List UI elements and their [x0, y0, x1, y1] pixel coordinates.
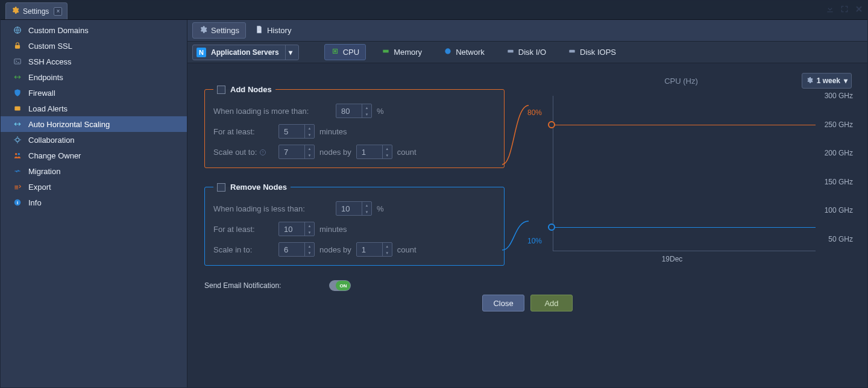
sidebar-item-migration[interactable]: Migration — [1, 163, 187, 179]
sidebar-label: Custom SSL — [28, 42, 72, 51]
sidebar-item-auto-horizontal-scaling[interactable]: Auto Horizontal Scaling — [1, 116, 187, 132]
metric-tab-diskiops[interactable]: Disk IOPS — [562, 45, 622, 60]
tab-label: Settings — [211, 26, 239, 35]
scale-out-step-spinner[interactable]: 1 ▲▼ — [356, 145, 392, 159]
threshold-handle-low[interactable] — [548, 224, 555, 231]
threshold-label-low: 10% — [527, 237, 542, 245]
close-button[interactable]: Close — [482, 295, 524, 311]
add-button[interactable]: Add — [530, 295, 573, 311]
maximize-icon[interactable] — [840, 4, 849, 16]
time-range-dropdown[interactable]: 1 week ▾ — [802, 73, 852, 89]
svg-rect-10 — [334, 50, 336, 52]
chart: 300 GHz 250 GHz 200 GHz 150 GHz 100 GHz … — [529, 96, 816, 264]
svg-point-5 — [15, 153, 17, 155]
spinner-arrows[interactable]: ▲▼ — [382, 145, 392, 158]
node-badge-icon: N — [197, 48, 206, 57]
memory-icon — [382, 47, 390, 57]
gear-icon — [11, 6, 19, 16]
terminal-icon — [13, 57, 22, 66]
spinner-arrows[interactable]: ▲▼ — [304, 243, 314, 256]
remove-nodes-checkbox[interactable] — [217, 183, 225, 192]
notification-label: Send Email Notification: — [204, 281, 281, 290]
download-icon[interactable] — [825, 4, 835, 16]
spinner-arrows[interactable]: ▲▼ — [304, 125, 314, 138]
spinner-arrows[interactable]: ▲▼ — [304, 145, 314, 158]
remove-duration-spinner[interactable]: 10 ▲▼ — [278, 222, 315, 236]
chevron-down-icon: ▾ — [844, 77, 848, 85]
svg-point-4 — [16, 138, 19, 142]
metric-tab-network[interactable]: Network — [438, 45, 491, 60]
ytick: 200 GHz — [825, 149, 853, 157]
scale-in-spinner[interactable]: 6 ▲▼ — [278, 242, 315, 257]
tab-history[interactable]: History — [248, 22, 298, 39]
chart-panel: CPU (Hz) 1 week ▾ 300 GHz 250 GHz 200 GH… — [505, 73, 858, 378]
sidebar-item-collaboration[interactable]: Collaboration — [1, 132, 187, 148]
gear-icon — [199, 25, 207, 36]
server-dropdown-label: Application Servers — [211, 48, 279, 57]
sidebar-item-ssh-access[interactable]: SSH Access — [1, 54, 187, 69]
percent-label: % — [377, 204, 384, 213]
nodes-by-label: nodes by — [319, 148, 351, 157]
add-load-spinner[interactable]: 80 ▲▼ — [336, 104, 372, 118]
scale-in-label: Scale in to: — [213, 245, 274, 254]
spinner-value: 5 — [284, 127, 288, 136]
spinner-arrows[interactable]: ▲▼ — [382, 243, 392, 256]
sidebar-item-load-alerts[interactable]: Load Alerts — [1, 101, 187, 116]
sidebar: Custom Domains Custom SSL SSH Access End… — [1, 20, 187, 387]
scale-out-spinner[interactable]: 7 ▲▼ — [278, 145, 315, 159]
endpoints-icon — [13, 72, 22, 82]
notification-toggle[interactable]: ON — [329, 280, 351, 291]
spinner-value: 10 — [284, 225, 292, 234]
sidebar-item-export[interactable]: Export — [1, 179, 187, 195]
threshold-handle-high[interactable] — [548, 121, 555, 128]
alert-icon — [13, 104, 22, 113]
sidebar-label: SSH Access — [28, 57, 72, 66]
sidebar-label: Auto Horizontal Scaling — [28, 120, 110, 129]
scale-in-step-spinner[interactable]: 1 ▲▼ — [356, 242, 392, 257]
server-dropdown[interactable]: N Application Servers ▾ — [192, 45, 299, 60]
spinner-arrows[interactable]: ▲▼ — [362, 104, 371, 117]
metric-label: Disk I/O — [518, 48, 546, 57]
add-nodes-checkbox[interactable] — [217, 86, 225, 94]
spinner-value: 80 — [341, 107, 350, 116]
spinner-value: 1 — [362, 148, 366, 157]
sidebar-item-change-owner[interactable]: Change Owner — [1, 148, 187, 163]
action-buttons: Close Add — [187, 295, 867, 311]
close-icon[interactable] — [854, 4, 864, 16]
metric-tab-memory[interactable]: Memory — [376, 45, 428, 60]
sidebar-item-custom-ssl[interactable]: Custom SSL — [1, 38, 187, 54]
top-toolbar: Settings History — [187, 20, 867, 42]
remove-load-spinner[interactable]: 10 ▲▼ — [336, 201, 372, 216]
titlebar-tab-settings[interactable]: Settings × — [5, 2, 68, 19]
document-icon — [255, 25, 263, 36]
help-icon[interactable]: ? — [259, 149, 266, 156]
sidebar-item-endpoints[interactable]: Endpoints — [1, 69, 187, 85]
add-duration-label: For at least: — [213, 127, 274, 136]
sidebar-item-firewall[interactable]: Firewall — [1, 85, 187, 101]
tab-settings[interactable]: Settings — [192, 22, 246, 39]
ytick: 150 GHz — [825, 178, 853, 186]
add-nodes-fieldset: Add Nodes When loading is more than: 80 … — [204, 85, 505, 168]
disk-icon — [568, 47, 576, 57]
spinner-arrows[interactable]: ▲▼ — [304, 222, 314, 236]
sidebar-label: Export — [28, 183, 51, 192]
tab-close-icon[interactable]: × — [54, 7, 62, 16]
sidebar-item-custom-domains[interactable]: Custom Domains — [1, 22, 187, 38]
spinner-value: 7 — [284, 148, 288, 157]
metric-tab-diskio[interactable]: Disk I/O — [500, 45, 552, 60]
svg-point-12 — [445, 48, 450, 54]
users-icon — [13, 151, 22, 160]
disk-icon — [506, 47, 515, 57]
count-label: count — [397, 148, 417, 157]
metric-label: CPU — [343, 48, 359, 57]
svg-point-6 — [18, 153, 20, 155]
svg-rect-1 — [15, 45, 20, 49]
add-nodes-legend: Add Nodes — [213, 85, 275, 94]
sidebar-label: Endpoints — [28, 73, 63, 82]
sidebar-item-info[interactable]: i Info — [1, 195, 187, 210]
metric-tab-cpu[interactable]: CPU — [324, 44, 366, 60]
add-duration-spinner[interactable]: 5 ▲▼ — [278, 124, 315, 139]
metric-label: Network — [456, 48, 485, 57]
sidebar-label: Change Owner — [28, 151, 81, 160]
spinner-arrows[interactable]: ▲▼ — [362, 202, 371, 215]
